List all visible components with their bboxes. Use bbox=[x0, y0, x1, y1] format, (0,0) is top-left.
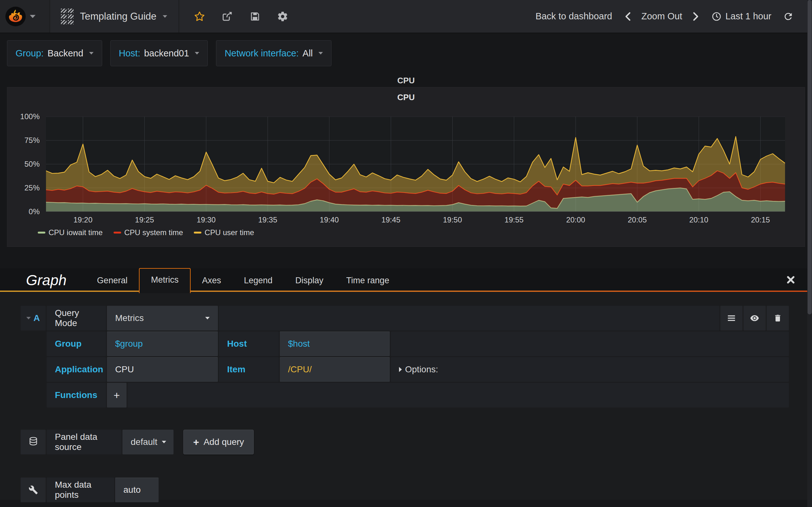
query-row-application-item: Application CPU Item /CPU/ Options: bbox=[47, 357, 789, 382]
x-tick-label: 19:45 bbox=[381, 216, 400, 224]
menu-icon bbox=[727, 314, 736, 323]
item-value: /CPU/ bbox=[288, 364, 312, 375]
tab-general[interactable]: General bbox=[86, 269, 139, 292]
application-label: Application bbox=[47, 357, 106, 382]
grafana-logo-menu[interactable] bbox=[0, 0, 50, 33]
select-caret-icon bbox=[205, 317, 210, 320]
x-tick-label: 20:10 bbox=[689, 216, 708, 224]
add-query-label: Add query bbox=[204, 437, 244, 447]
datasource-icon-cell bbox=[20, 430, 46, 454]
variable-caret-icon bbox=[89, 52, 94, 55]
options-toggle[interactable]: Options: bbox=[391, 357, 789, 382]
query-mode-select[interactable]: Metrics bbox=[107, 306, 218, 331]
trash-icon bbox=[773, 314, 782, 323]
x-tick-label: 19:20 bbox=[73, 216, 92, 224]
group-value: $group bbox=[115, 339, 143, 349]
legend-item-cpu-system-time[interactable]: CPU system time bbox=[113, 228, 183, 237]
share-icon bbox=[222, 11, 233, 22]
collapse-caret-icon bbox=[26, 317, 31, 320]
query-mode-value: Metrics bbox=[115, 313, 144, 323]
variable-label: Host: bbox=[119, 48, 141, 59]
panel-title[interactable]: CPU bbox=[7, 88, 805, 105]
y-tick-label: 100% bbox=[20, 112, 40, 121]
tab-axes[interactable]: Axes bbox=[191, 269, 233, 292]
variable-selector-2[interactable]: Network interface:All bbox=[216, 40, 332, 66]
functions-label: Functions bbox=[47, 383, 106, 407]
gear-icon bbox=[277, 11, 288, 22]
query-delete-button[interactable] bbox=[767, 306, 789, 331]
group-input[interactable]: $group bbox=[107, 331, 218, 356]
editor-tabs: GeneralMetricsAxesLegendDisplayTime rang… bbox=[86, 268, 401, 292]
time-picker[interactable]: Last 1 hour bbox=[711, 11, 771, 21]
grafana-app: Templating Guide Back to dashboard bbox=[0, 0, 812, 507]
zoom-out-button[interactable]: Zoom Out bbox=[641, 11, 682, 21]
grafana-logo-icon bbox=[5, 6, 26, 27]
settings-row: Max data points auto bbox=[20, 477, 789, 502]
item-input[interactable]: /CPU/ bbox=[280, 357, 390, 382]
panel-type-title: Graph bbox=[0, 272, 86, 292]
options-label: Options: bbox=[405, 364, 438, 375]
legend: CPU iowait timeCPU system timeCPU user t… bbox=[38, 228, 254, 237]
save-button[interactable] bbox=[250, 11, 260, 22]
datasource-label: Panel data source bbox=[47, 430, 121, 454]
query-row-spacer bbox=[219, 306, 719, 331]
cpu-graph-panel: CPU 0%25%50%75%100% 19:2019:2519:3019:35… bbox=[7, 87, 805, 247]
y-tick-label: 25% bbox=[24, 183, 40, 192]
chevron-right-icon bbox=[692, 12, 700, 21]
plot-area[interactable] bbox=[46, 117, 785, 212]
dashboard-title-menu[interactable]: Templating Guide bbox=[50, 0, 179, 33]
x-tick-label: 19:30 bbox=[197, 216, 216, 224]
scrollbar-track bbox=[807, 0, 812, 507]
time-controls: Zoom Out bbox=[623, 11, 700, 21]
scrollbar-thumb[interactable] bbox=[808, 0, 812, 314]
x-tick-label: 19:55 bbox=[505, 216, 524, 224]
refresh-icon bbox=[783, 11, 794, 22]
add-query-button[interactable]: + Add query bbox=[183, 430, 254, 454]
application-input[interactable]: CPU bbox=[107, 357, 218, 382]
host-label: Host bbox=[219, 331, 279, 356]
tab-legend[interactable]: Legend bbox=[233, 269, 284, 292]
query-ref-letter: A bbox=[33, 313, 40, 323]
shift-time-forward-button[interactable] bbox=[692, 12, 700, 21]
query-toggle-visibility-button[interactable] bbox=[744, 306, 766, 331]
host-value: $host bbox=[288, 339, 310, 349]
navbar-right: Back to dashboard Zoom Out Last 1 hour bbox=[536, 11, 812, 22]
x-tick-label: 19:35 bbox=[258, 216, 277, 224]
query-menu-button[interactable] bbox=[720, 306, 743, 331]
x-tick-label: 19:25 bbox=[135, 216, 154, 224]
max-data-points-input[interactable]: auto bbox=[115, 477, 159, 502]
tab-time-range[interactable]: Time range bbox=[335, 269, 401, 292]
shift-time-back-button[interactable] bbox=[623, 12, 632, 21]
close-icon bbox=[786, 275, 796, 285]
tab-display[interactable]: Display bbox=[284, 269, 335, 292]
x-tick-label: 20:15 bbox=[751, 216, 770, 224]
dashboard-icon bbox=[61, 9, 73, 24]
chart-region: 0%25%50%75%100% bbox=[7, 117, 785, 212]
star-button[interactable] bbox=[194, 11, 205, 22]
star-icon bbox=[194, 11, 205, 22]
query-collapse-toggle[interactable]: A bbox=[20, 306, 46, 331]
panel-drag-title[interactable]: CPU bbox=[0, 74, 812, 87]
refresh-button[interactable] bbox=[783, 11, 794, 22]
legend-label: CPU iowait time bbox=[49, 228, 103, 237]
variable-value: backend01 bbox=[144, 48, 189, 59]
add-function-button[interactable]: + bbox=[107, 383, 126, 407]
panel-editor-header: Graph GeneralMetricsAxesLegendDisplayTim… bbox=[0, 268, 812, 292]
settings-button[interactable] bbox=[277, 11, 288, 22]
tab-metrics[interactable]: Metrics bbox=[139, 268, 191, 293]
legend-item-cpu-user-time[interactable]: CPU user time bbox=[194, 228, 254, 237]
datasource-select[interactable]: default bbox=[122, 430, 173, 454]
share-button[interactable] bbox=[222, 11, 233, 22]
back-to-dashboard-link[interactable]: Back to dashboard bbox=[536, 11, 612, 21]
close-editor-button[interactable] bbox=[786, 275, 796, 285]
host-input[interactable]: $host bbox=[280, 331, 390, 356]
variable-selector-0[interactable]: Group:Backend bbox=[7, 40, 102, 66]
save-icon bbox=[250, 11, 260, 22]
legend-item-cpu-iowait-time[interactable]: CPU iowait time bbox=[38, 228, 103, 237]
x-axis: 19:2019:2519:3019:3519:4019:4519:5019:55… bbox=[46, 214, 785, 225]
chevron-left-icon bbox=[623, 12, 632, 21]
variable-selector-1[interactable]: Host:backend01 bbox=[110, 40, 208, 66]
dashboard-title: Templating Guide bbox=[80, 11, 156, 22]
application-value: CPU bbox=[115, 364, 134, 375]
variable-value: Backend bbox=[48, 48, 84, 59]
